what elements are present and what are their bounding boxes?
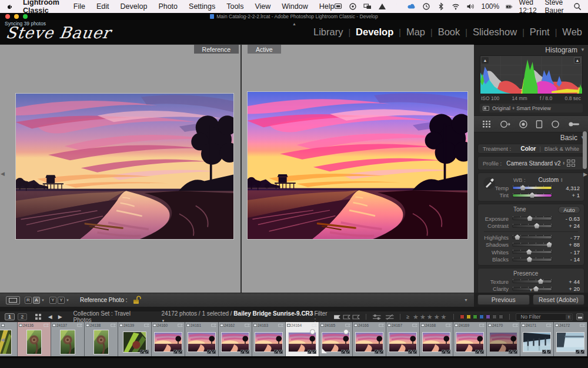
- filmstrip-cell-24170[interactable]: 24170: [487, 322, 520, 356]
- split-view-toggle[interactable]: Y Y ▼: [49, 297, 69, 304]
- contrast-slider-track[interactable]: [513, 225, 552, 227]
- filmstrip-cell-24168[interactable]: 24168: [420, 322, 453, 356]
- flag-icon[interactable]: [77, 323, 82, 327]
- module-web[interactable]: Web: [562, 26, 582, 38]
- highlights-value[interactable]: - 77: [556, 234, 580, 241]
- wb-stepper[interactable]: ▲▼: [560, 178, 563, 181]
- filmstrip-cell-24167[interactable]: 24167: [386, 322, 420, 356]
- shadow-clipping-indicator[interactable]: ▲: [482, 57, 489, 64]
- shadows-slider-track[interactable]: [513, 244, 552, 246]
- red-eye-icon[interactable]: [519, 120, 528, 128]
- menubar-item-tools[interactable]: Tools: [226, 2, 243, 11]
- menubar-item-edit[interactable]: Edit: [96, 2, 109, 11]
- flag-icon[interactable]: [278, 323, 283, 327]
- filmstrip-cell-24166[interactable]: 24166: [353, 322, 386, 356]
- next-photo-arrow[interactable]: ▶: [58, 314, 62, 320]
- flag-icon[interactable]: [245, 323, 250, 327]
- color-label-chip[interactable]: [460, 314, 465, 319]
- sync-circle-badge[interactable]: [343, 329, 349, 334]
- second-window-button[interactable]: 2: [18, 313, 28, 320]
- reset-button[interactable]: Reset (Adobe): [533, 294, 585, 305]
- main-window-button[interactable]: 1: [5, 313, 15, 320]
- filmstrip-cell-24136[interactable]: 24136: [18, 322, 51, 356]
- photo-thumbnail[interactable]: [255, 332, 283, 352]
- texture-value[interactable]: + 44: [556, 279, 580, 285]
- basic-panel-header[interactable]: Basic▼: [474, 132, 588, 142]
- color-label-chip[interactable]: [473, 314, 477, 319]
- exposure-slider-thumb[interactable]: [527, 216, 533, 221]
- flagged-filter-icon[interactable]: [333, 314, 341, 320]
- smart-preview-status[interactable]: Original + Smart Preview: [480, 104, 583, 112]
- rejected-filter-icon[interactable]: [352, 314, 360, 320]
- temp-slider-thumb[interactable]: [520, 185, 526, 190]
- edit-status-filter-icon-2[interactable]: [385, 314, 394, 320]
- graduated-filter-icon[interactable]: [536, 120, 543, 128]
- temp-slider-track[interactable]: [513, 187, 552, 189]
- photo-thumbnail[interactable]: [188, 332, 216, 352]
- shadows-slider-thumb[interactable]: [547, 242, 552, 247]
- photo-thumbnail[interactable]: [288, 332, 316, 352]
- filmstrip-cell-24162[interactable]: 24162: [219, 322, 252, 356]
- active-photo[interactable]: [247, 91, 468, 240]
- tint-slider-thumb[interactable]: [530, 193, 535, 198]
- color-label-chip[interactable]: [492, 314, 497, 319]
- filmstrip-scroll-left-arrow[interactable]: ◀: [1, 337, 5, 343]
- blacks-slider-thumb[interactable]: [527, 257, 532, 262]
- spot-removal-icon[interactable]: [500, 120, 510, 128]
- photo-thumbnail[interactable]: [60, 330, 75, 354]
- star-filter-icon[interactable]: ★: [420, 313, 427, 320]
- flag-icon[interactable]: [546, 323, 552, 327]
- flag-icon[interactable]: [580, 323, 585, 327]
- menubar-item-develop[interactable]: Develop: [121, 2, 148, 11]
- wb-eyedropper-icon[interactable]: [483, 177, 496, 190]
- cloud-icon[interactable]: [407, 2, 416, 11]
- timemachine-icon[interactable]: [422, 2, 430, 11]
- whites-slider-thumb[interactable]: [526, 249, 532, 254]
- reference-lock-icon[interactable]: [132, 296, 142, 304]
- dropdown-stepper-icon[interactable]: ▲▼: [566, 314, 572, 320]
- flag-icon[interactable]: [178, 323, 183, 327]
- histogram-panel-header[interactable]: Histogram▼: [474, 45, 588, 55]
- photo-thumbnail[interactable]: [389, 332, 417, 352]
- screen-icon[interactable]: [334, 2, 342, 11]
- menubar-item-help[interactable]: Help: [319, 2, 335, 11]
- shadows-value[interactable]: + 88: [556, 241, 580, 248]
- menubar-item-file[interactable]: File: [74, 2, 85, 11]
- left-panel-expand-arrow[interactable]: ◀: [1, 171, 5, 177]
- contrast-slider-thumb[interactable]: [534, 223, 539, 228]
- filmstrip-cell-24172[interactable]: 24172: [554, 322, 587, 356]
- star-filter-icon[interactable]: ★: [434, 313, 441, 320]
- flag-icon[interactable]: [513, 323, 518, 327]
- adjustment-brush-icon[interactable]: [568, 120, 580, 128]
- grid-view-icon[interactable]: [35, 314, 41, 320]
- star-filter-icon[interactable]: ★: [441, 313, 448, 320]
- photo-thumbnail[interactable]: [221, 332, 249, 352]
- color-label-chip[interactable]: [479, 314, 484, 319]
- filmstrip-cell-24137[interactable]: 24137: [51, 322, 85, 356]
- treatment-color-option[interactable]: Color: [520, 145, 536, 152]
- texture-slider-track[interactable]: [513, 280, 552, 283]
- highlight-clipping-indicator[interactable]: ▲: [574, 57, 581, 64]
- minimize-window-button[interactable]: [14, 14, 19, 19]
- bluetooth-icon[interactable]: [437, 2, 445, 11]
- color-label-chip[interactable]: [499, 314, 503, 319]
- photo-thumbnail[interactable]: [93, 330, 109, 354]
- split-y2-button[interactable]: Y: [58, 297, 65, 304]
- module-print[interactable]: Print: [530, 26, 550, 38]
- menubar-item-view[interactable]: View: [255, 2, 270, 11]
- cc-icon[interactable]: [349, 2, 357, 11]
- rating-geq[interactable]: ≥: [406, 314, 409, 320]
- previous-photo-arrow[interactable]: ◀: [48, 314, 52, 320]
- star-filter-icon[interactable]: ★: [427, 313, 434, 320]
- star-filter-icon[interactable]: ★: [413, 313, 420, 320]
- chevron-down-icon[interactable]: ▼: [66, 299, 69, 302]
- profile-value[interactable]: Camera Standard v2: [506, 160, 560, 167]
- triangle-icon[interactable]: [378, 2, 386, 11]
- profile-browser-icon[interactable]: [567, 160, 575, 167]
- ref-a-button[interactable]: A: [33, 297, 40, 304]
- filmstrip-cell-24171[interactable]: 24171: [520, 322, 554, 356]
- module-develop[interactable]: Develop: [356, 26, 393, 38]
- photo-thumbnail[interactable]: [489, 332, 517, 352]
- highlights-slider-thumb[interactable]: [514, 234, 520, 240]
- displays-icon[interactable]: [363, 2, 372, 11]
